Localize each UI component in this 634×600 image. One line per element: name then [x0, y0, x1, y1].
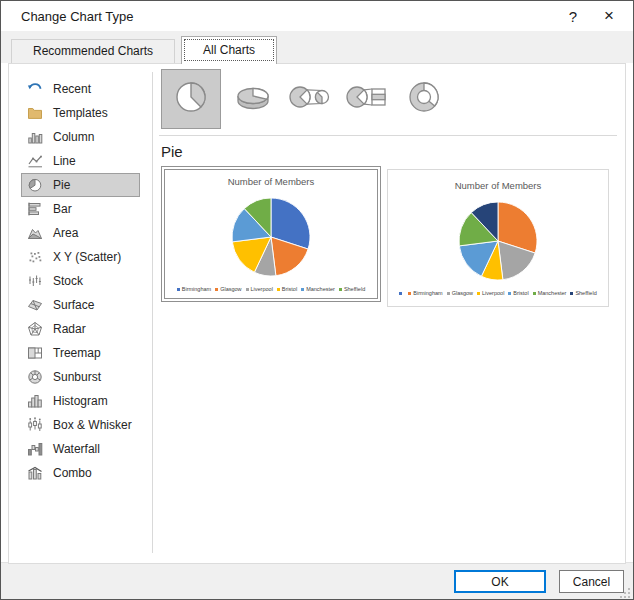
sidebar-item-waterfall[interactable]: Waterfall [21, 437, 140, 461]
sidebar-item-sunburst[interactable]: Sunburst [21, 365, 140, 389]
help-button[interactable]: ? [555, 1, 591, 31]
sidebar-item-box-whisker[interactable]: Box & Whisker [21, 413, 140, 437]
histogram-chart-icon [27, 393, 43, 409]
legend-item: Glasgow [215, 286, 241, 292]
legend-label: Liverpool [482, 290, 504, 296]
legend-item: Sheffield [570, 290, 596, 296]
sidebar-item-label: Histogram [53, 394, 108, 408]
legend-item: Bristol [277, 286, 297, 292]
bar-of-pie-subtype-button[interactable] [338, 69, 395, 129]
pie-subtype-icon [171, 77, 211, 121]
sidebar-item-radar[interactable]: Radar [21, 317, 140, 341]
tab-all-charts[interactable]: All Charts [181, 36, 277, 64]
pie-subtype-button[interactable] [161, 69, 221, 129]
legend-label: Bristol [513, 290, 528, 296]
sidebar-item-x-y-scatter[interactable]: X Y (Scatter) [21, 245, 140, 269]
sidebar-item-histogram[interactable]: Histogram [21, 389, 140, 413]
sidebar-item-label: Waterfall [53, 442, 100, 456]
pie-3d-subtype-icon [230, 77, 276, 121]
treemap-chart-icon [27, 345, 43, 361]
legend-marker [408, 292, 411, 295]
legend-label: Manchester [538, 290, 567, 296]
doughnut-subtype-button[interactable] [395, 69, 452, 129]
legend-item: Bristol [508, 290, 528, 296]
legend-item: Birmingham [408, 290, 442, 296]
sidebar-item-label: Treemap [53, 346, 101, 360]
chart-title: Number of Members [165, 176, 377, 187]
sidebar-item-label: Box & Whisker [53, 418, 132, 432]
stock-chart-icon [27, 273, 43, 289]
titlebar[interactable]: Change Chart Type ? × [1, 1, 633, 31]
legend-label: Glasgow [452, 290, 473, 296]
subtype-row [153, 64, 625, 130]
waterfall-chart-icon [27, 441, 43, 457]
sidebar-item-label: Sunburst [53, 370, 101, 384]
subtype-divider [159, 135, 617, 136]
legend-label: Birmingham [413, 290, 442, 296]
sidebar-item-label: Column [53, 130, 94, 144]
legend-label: Sheffield [575, 290, 596, 296]
ok-button[interactable]: OK [454, 570, 546, 593]
chart-type-list: RecentTemplatesColumnLinePieBarAreaX Y (… [9, 64, 152, 563]
footer: OK Cancel [1, 562, 633, 599]
section-heading: Pie [161, 143, 625, 160]
legend-item: Manchester [301, 286, 335, 292]
legend-label: Birmingham [182, 286, 211, 292]
sidebar-item-column[interactable]: Column [21, 125, 140, 149]
legend-label: Manchester [306, 286, 335, 292]
close-button[interactable]: × [591, 1, 627, 31]
bar-chart-icon [27, 201, 43, 217]
legend-marker [215, 288, 218, 291]
pie-of-pie-subtype-button[interactable] [281, 69, 338, 129]
legend-label: Sheffield [344, 286, 365, 292]
sidebar-item-treemap[interactable]: Treemap [21, 341, 140, 365]
column-chart-icon [27, 129, 43, 145]
area-chart-icon [27, 225, 43, 241]
sidebar-item-recent[interactable]: Recent [21, 77, 140, 101]
legend-item: Liverpool [477, 290, 504, 296]
legend-marker [570, 292, 573, 295]
sidebar-item-label: Bar [53, 202, 72, 216]
sidebar-item-label: Recent [53, 82, 91, 96]
legend-marker [447, 292, 450, 295]
sidebar-item-surface[interactable]: Surface [21, 293, 140, 317]
legend-marker [399, 292, 402, 295]
titlebar-buttons: ? × [555, 1, 627, 31]
pie-3d-subtype-button[interactable] [224, 69, 281, 129]
legend-item: Glasgow [447, 290, 473, 296]
change-chart-type-dialog: Change Chart Type ? × Recommended Charts… [0, 0, 634, 600]
tab-bar: Recommended Charts All Charts [1, 31, 633, 63]
legend-marker [301, 288, 304, 291]
legend-label: Bristol [282, 286, 297, 292]
sidebar-item-line[interactable]: Line [21, 149, 140, 173]
legend-marker [339, 288, 342, 291]
cancel-button[interactable]: Cancel [559, 570, 624, 593]
legend-marker [508, 292, 511, 295]
chart-subtype-pane: Pie Number of Members BirminghamGlasgowL… [153, 64, 625, 563]
legend-item [399, 292, 404, 295]
legend-label: Glasgow [220, 286, 241, 292]
sidebar-item-label: Combo [53, 466, 92, 480]
chart-legend: BirminghamGlasgowLiverpoolBristolManches… [165, 286, 377, 292]
dialog-content: RecentTemplatesColumnLinePieBarAreaX Y (… [8, 63, 626, 564]
doughnut-subtype-icon [401, 77, 447, 121]
sunburst-chart-icon [27, 369, 43, 385]
legend-label: Liverpool [251, 286, 273, 292]
sidebar-item-templates[interactable]: Templates [21, 101, 140, 125]
surface-chart-icon [27, 297, 43, 313]
chart-legend: BirminghamGlasgowLiverpoolBristolManches… [392, 290, 604, 296]
legend-item: Birmingham [177, 286, 211, 292]
sidebar-item-combo[interactable]: Combo [21, 461, 140, 485]
sidebar-item-pie[interactable]: Pie [21, 173, 140, 197]
sidebar-item-area[interactable]: Area [21, 221, 140, 245]
legend-marker [246, 288, 249, 291]
dialog-title: Change Chart Type [21, 1, 134, 33]
sidebar-item-label: Line [53, 154, 76, 168]
sidebar-item-bar[interactable]: Bar [21, 197, 140, 221]
chart-preview-1[interactable]: Number of Members BirminghamGlasgowLiver… [161, 166, 381, 302]
tab-recommended-charts[interactable]: Recommended Charts [11, 39, 175, 63]
resize-grip[interactable] [619, 585, 631, 597]
chart-preview-2[interactable]: Number of Members BirminghamGlasgowLiver… [387, 169, 609, 307]
templates-icon [27, 105, 43, 121]
sidebar-item-stock[interactable]: Stock [21, 269, 140, 293]
